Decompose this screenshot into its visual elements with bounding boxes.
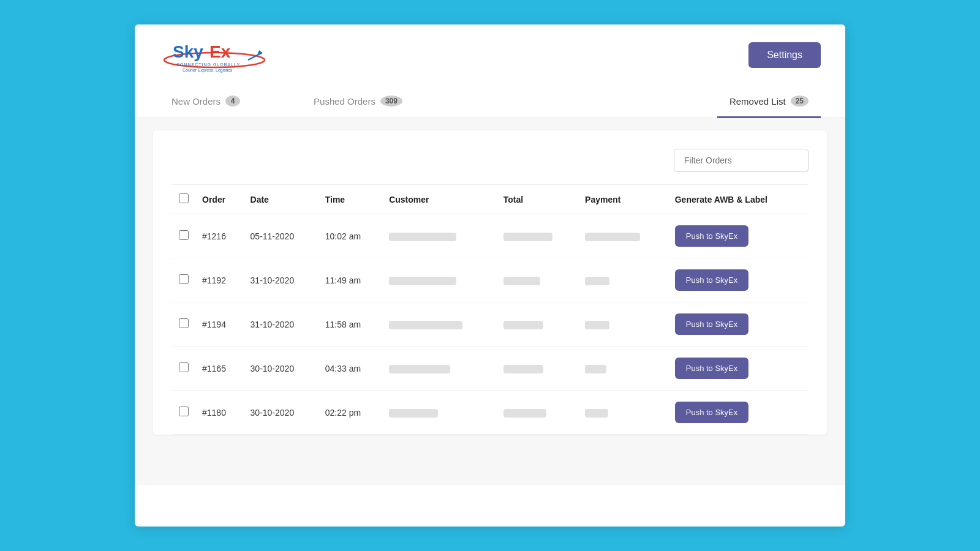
table-row: #1192 31-10-2020 11:49 am Push to SkyEx (172, 258, 809, 302)
col-awb: Generate AWB & Label (669, 185, 809, 214)
row-order-#1165: #1165 (196, 347, 244, 391)
row-checkbox-#1165[interactable] (179, 362, 189, 372)
row-total-#1180 (497, 391, 579, 435)
row-payment-#1194 (579, 302, 669, 347)
header: Sky Ex CONNECTING GLOBALLY Courier Expre… (135, 24, 845, 80)
filter-row (172, 143, 809, 184)
content-area: Order Date Time Customer Total Payment G… (135, 118, 845, 485)
row-time-#1194: 11:58 am (319, 302, 383, 347)
row-action-#1192: Push to SkyEx (669, 258, 809, 302)
tab-removed-list-badge: 25 (791, 96, 809, 107)
table-row: #1165 30-10-2020 04:33 am Push to SkyEx (172, 347, 809, 391)
settings-button[interactable]: Settings (748, 42, 821, 68)
col-payment: Payment (579, 185, 669, 214)
tabs-bar: New Orders 4 Pushed Orders 309 Removed L… (135, 86, 845, 118)
row-checkbox-#1194[interactable] (179, 318, 189, 328)
col-order: Order (196, 185, 244, 214)
tab-new-orders-badge: 4 (225, 96, 240, 107)
row-date-#1165: 30-10-2020 (244, 347, 319, 391)
push-to-skyex-button[interactable]: Push to SkyEx (675, 313, 749, 335)
col-date: Date (244, 185, 319, 214)
row-time-#1216: 10:02 am (319, 214, 383, 258)
push-to-skyex-button[interactable]: Push to SkyEx (675, 358, 749, 379)
filter-orders-input[interactable] (674, 149, 809, 172)
table-row: #1180 30-10-2020 02:22 pm Push to SkyEx (172, 391, 809, 435)
main-container: Sky Ex CONNECTING GLOBALLY Courier Expre… (135, 24, 845, 527)
row-total-#1192 (497, 258, 579, 302)
tab-removed-list-label: Removed List (729, 96, 786, 107)
row-time-#1165: 04:33 am (319, 347, 383, 391)
row-order-#1194: #1194 (196, 302, 244, 347)
row-date-#1194: 31-10-2020 (244, 302, 319, 347)
logo-area: Sky Ex CONNECTING GLOBALLY Courier Expre… (159, 37, 270, 73)
svg-text:Courier Express, Logistics: Courier Express, Logistics (183, 68, 233, 73)
tab-removed-list[interactable]: Removed List 25 (717, 86, 821, 118)
row-customer-#1180 (383, 391, 497, 435)
row-time-#1180: 02:22 pm (319, 391, 383, 435)
col-time: Time (319, 185, 383, 214)
svg-text:Ex: Ex (209, 42, 231, 61)
row-total-#1165 (497, 347, 579, 391)
select-all-checkbox[interactable] (179, 193, 189, 203)
row-time-#1192: 11:49 am (319, 258, 383, 302)
row-date-#1192: 31-10-2020 (244, 258, 319, 302)
push-to-skyex-button[interactable]: Push to SkyEx (675, 402, 749, 423)
svg-text:Sky: Sky (173, 42, 203, 61)
row-action-#1216: Push to SkyEx (669, 214, 809, 258)
row-customer-#1216 (383, 214, 497, 258)
content-inner: Order Date Time Customer Total Payment G… (153, 130, 827, 435)
tab-pushed-orders[interactable]: Pushed Orders 309 (301, 86, 415, 118)
logo-svg: Sky Ex CONNECTING GLOBALLY Courier Expre… (159, 37, 270, 73)
row-action-#1180: Push to SkyEx (669, 391, 809, 435)
row-payment-#1165 (579, 347, 669, 391)
orders-table: Order Date Time Customer Total Payment G… (172, 184, 809, 435)
row-date-#1216: 05-11-2020 (244, 214, 319, 258)
table-row: #1216 05-11-2020 10:02 am Push to SkyEx (172, 214, 809, 258)
row-date-#1180: 30-10-2020 (244, 391, 319, 435)
push-to-skyex-button[interactable]: Push to SkyEx (675, 225, 749, 247)
row-payment-#1216 (579, 214, 669, 258)
row-order-#1192: #1192 (196, 258, 244, 302)
row-payment-#1192 (579, 258, 669, 302)
row-total-#1194 (497, 302, 579, 347)
col-total: Total (497, 185, 579, 214)
row-payment-#1180 (579, 391, 669, 435)
tab-new-orders-label: New Orders (172, 96, 221, 107)
row-checkbox-#1216[interactable] (179, 230, 189, 240)
row-action-#1165: Push to SkyEx (669, 347, 809, 391)
push-to-skyex-button[interactable]: Push to SkyEx (675, 269, 749, 291)
row-action-#1194: Push to SkyEx (669, 302, 809, 347)
row-customer-#1192 (383, 258, 497, 302)
table-header-row: Order Date Time Customer Total Payment G… (172, 185, 809, 214)
col-customer: Customer (383, 185, 497, 214)
row-checkbox-#1192[interactable] (179, 274, 189, 284)
tab-pushed-orders-label: Pushed Orders (314, 96, 375, 107)
row-order-#1180: #1180 (196, 391, 244, 435)
row-total-#1216 (497, 214, 579, 258)
row-customer-#1194 (383, 302, 497, 347)
row-order-#1216: #1216 (196, 214, 244, 258)
row-customer-#1165 (383, 347, 497, 391)
row-checkbox-#1180[interactable] (179, 407, 189, 416)
svg-text:CONNECTING GLOBALLY: CONNECTING GLOBALLY (176, 62, 240, 67)
table-row: #1194 31-10-2020 11:58 am Push to SkyEx (172, 302, 809, 347)
tab-pushed-orders-badge: 309 (380, 96, 402, 107)
tab-new-orders[interactable]: New Orders 4 (159, 86, 252, 118)
